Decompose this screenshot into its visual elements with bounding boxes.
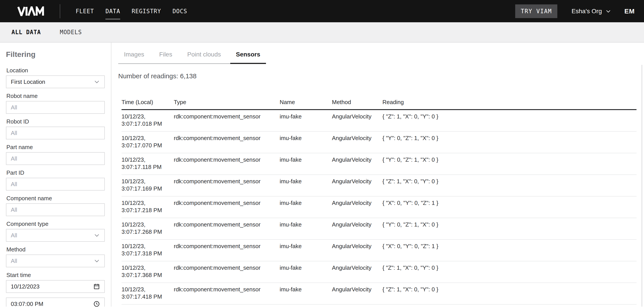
data-main-panel: Images Files Point clouds Sensors Number… xyxy=(112,42,644,306)
part-name-input[interactable] xyxy=(6,152,105,165)
reading-cell: { "Z": 1, "X": 0, "Y": 0 } xyxy=(382,175,636,196)
table-row[interactable]: 10/12/23, 3:07:17.218 PM rdk:component:m… xyxy=(122,196,636,218)
component-type-select-value: All xyxy=(11,232,17,239)
table-row[interactable]: 10/12/23, 3:07:17.070 PM rdk:component:m… xyxy=(122,132,636,153)
method-cell: AngularVelocity xyxy=(332,283,382,304)
calendar-icon xyxy=(93,283,100,290)
method-cell: AngularVelocity xyxy=(332,261,382,282)
table-row[interactable]: 10/12/23, 3:07:17.018 PM rdk:component:m… xyxy=(122,110,636,132)
name-cell: imu-fake xyxy=(280,132,332,153)
name-cell: imu-fake xyxy=(280,261,332,282)
tab-files[interactable]: Files xyxy=(154,42,178,64)
component-name-label: Component name xyxy=(6,195,105,201)
time-clock-line: 3:07:17.418 PM xyxy=(122,293,174,300)
component-type-field: Component type All xyxy=(6,221,105,242)
time-clock-line: 3:07:17.169 PM xyxy=(122,185,174,192)
type-cell: rdk:component:movement_sensor xyxy=(174,218,280,239)
clock-icon xyxy=(93,300,100,306)
component-name-input[interactable] xyxy=(6,203,105,216)
start-time-field: Start time 10/12/2023 xyxy=(6,272,105,293)
method-cell: AngularVelocity xyxy=(332,132,382,153)
chevron-down-icon xyxy=(94,232,100,238)
type-cell: rdk:component:movement_sensor xyxy=(174,196,280,218)
method-cell: AngularVelocity xyxy=(332,240,382,261)
time-date-line: 10/12/23, xyxy=(122,156,174,164)
component-name-field: Component name xyxy=(6,195,105,216)
content-area: Filtering Location First Location Robot … xyxy=(0,42,644,306)
start-clock-value: 03:07:00 PM xyxy=(11,300,43,307)
time-clock-line: 3:07:17.018 PM xyxy=(122,120,174,128)
name-cell: imu-fake xyxy=(280,153,332,174)
name-cell: imu-fake xyxy=(280,240,332,261)
column-header-method: Method xyxy=(332,99,382,106)
method-select[interactable]: All xyxy=(6,254,105,267)
name-cell: imu-fake xyxy=(280,283,332,304)
location-label: Location xyxy=(6,67,105,74)
sub-nav: ALL DATA MODELS xyxy=(0,22,644,42)
table-row[interactable]: 10/12/23, 3:07:17.368 PM rdk:component:m… xyxy=(122,261,636,283)
component-type-label: Component type xyxy=(6,221,105,227)
type-cell: rdk:component:movement_sensor xyxy=(174,110,280,131)
org-switcher[interactable]: Esha's Org xyxy=(572,8,611,15)
column-header-reading: Reading xyxy=(382,99,636,106)
reading-cell: { "X": 0, "Y": 0, "Z": 1 } xyxy=(382,196,636,218)
robot-name-label: Robot name xyxy=(6,93,105,99)
location-select[interactable]: First Location xyxy=(6,76,105,88)
reading-cell: { "Z": 1, "X": 0, "Y": 0 } xyxy=(382,283,636,304)
time-date-line: 10/12/23, xyxy=(122,134,174,142)
primary-nav: FLEET DATA REGISTRY DOCS xyxy=(76,8,187,14)
viam-logo-icon xyxy=(14,6,48,16)
table-row[interactable]: 10/12/23, 3:07:17.169 PM rdk:component:m… xyxy=(122,175,636,196)
table-row[interactable]: 10/12/23, 3:07:17.118 PM rdk:component:m… xyxy=(122,153,636,175)
start-clock-input[interactable]: 03:07:00 PM xyxy=(6,298,105,306)
nav-divider xyxy=(60,4,60,18)
time-date-line: 10/12/23, xyxy=(122,221,174,228)
robot-id-field: Robot ID xyxy=(6,118,105,140)
robot-name-input[interactable] xyxy=(6,101,105,114)
chevron-down-icon xyxy=(606,8,611,14)
reading-cell: { "Y": 0, "Z": 1, "X": 0 } xyxy=(382,153,636,174)
nav-item-data[interactable]: DATA xyxy=(106,8,120,14)
reading-cell: { "Z": 1, "X": 0, "Y": 0 } xyxy=(382,261,636,282)
nav-item-docs[interactable]: DOCS xyxy=(172,8,187,14)
time-date-line: 10/12/23, xyxy=(122,286,174,293)
robot-id-input[interactable] xyxy=(6,126,105,140)
nav-item-fleet[interactable]: FLEET xyxy=(76,8,94,14)
table-row[interactable]: 10/12/23, 3:07:17.418 PM rdk:component:m… xyxy=(122,283,636,304)
tab-point-clouds[interactable]: Point clouds xyxy=(182,42,227,64)
robot-id-label: Robot ID xyxy=(6,118,105,124)
method-cell: AngularVelocity xyxy=(332,218,382,239)
type-cell: rdk:component:movement_sensor xyxy=(174,283,280,304)
time-date-line: 10/12/23, xyxy=(122,264,174,272)
org-name: Esha's Org xyxy=(572,8,602,15)
filtering-title: Filtering xyxy=(6,50,105,59)
start-date-input[interactable]: 10/12/2023 xyxy=(6,280,105,293)
table-row[interactable]: 10/12/23, 3:07:17.318 PM rdk:component:m… xyxy=(122,240,636,261)
start-clock-field: 03:07:00 PM xyxy=(6,298,105,306)
tab-models[interactable]: MODELS xyxy=(60,29,82,36)
type-cell: rdk:component:movement_sensor xyxy=(174,175,280,196)
component-type-select[interactable]: All xyxy=(6,229,105,242)
tab-all-data[interactable]: ALL DATA xyxy=(12,29,41,36)
part-name-field: Part name xyxy=(6,144,105,165)
nav-item-registry[interactable]: REGISTRY xyxy=(132,8,161,14)
time-cell: 10/12/23, 3:07:17.218 PM xyxy=(122,196,174,218)
user-avatar[interactable]: EM xyxy=(624,8,635,15)
time-date-line: 10/12/23, xyxy=(122,199,174,207)
viam-logo[interactable] xyxy=(14,6,48,16)
part-id-input[interactable] xyxy=(6,178,105,190)
start-time-label: Start time xyxy=(6,272,105,278)
tab-sensors[interactable]: Sensors xyxy=(230,42,266,64)
chevron-down-icon xyxy=(94,258,100,264)
data-type-tabs: Images Files Point clouds Sensors xyxy=(118,42,266,64)
try-viam-button[interactable]: TRY VIAM xyxy=(515,4,557,18)
reading-cell: { "Z": 1, "X": 0, "Y": 0 } xyxy=(382,110,636,131)
location-field: Location First Location xyxy=(6,67,105,88)
location-select-value: First Location xyxy=(11,78,45,85)
filter-sidebar: Filtering Location First Location Robot … xyxy=(0,42,112,306)
top-nav-right: TRY VIAM Esha's Org EM xyxy=(515,4,635,18)
scrollbar[interactable] xyxy=(642,65,642,306)
chevron-down-icon xyxy=(94,79,100,85)
table-row[interactable]: 10/12/23, 3:07:17.268 PM rdk:component:m… xyxy=(122,218,636,240)
tab-images[interactable]: Images xyxy=(118,42,150,64)
